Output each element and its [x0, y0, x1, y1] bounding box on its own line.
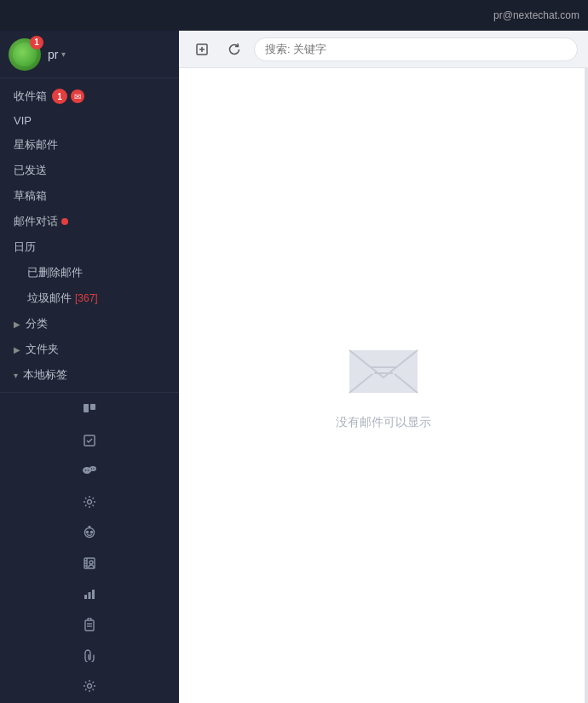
sidebar-item-spam[interactable]: 垃圾邮件 [367] — [0, 285, 179, 311]
attachment-icon[interactable] — [76, 645, 103, 666]
starred-label: 星标邮件 — [14, 137, 58, 153]
user-email: pr@nextechat.com — [493, 9, 579, 21]
drafts-label: 草稿箱 — [14, 188, 47, 204]
svg-rect-22 — [89, 592, 91, 599]
empty-state: 没有邮件可以显示 — [336, 342, 431, 430]
sidebar-header: 1 pr ▾ — [0, 31, 179, 78]
svg-rect-23 — [92, 590, 95, 599]
svg-point-6 — [88, 470, 89, 471]
sidebar-item-sent[interactable]: 已发送 — [0, 158, 179, 183]
svg-point-5 — [85, 470, 87, 471]
svg-rect-21 — [84, 595, 87, 599]
email-panel: 没有邮件可以显示 — [179, 68, 588, 703]
mail-dialog-dot — [61, 218, 68, 225]
empty-text: 没有邮件可以显示 — [336, 415, 431, 430]
toolbar — [179, 31, 588, 68]
stats-icon[interactable] — [76, 584, 103, 604]
sidebar-bottom-icons — [0, 392, 179, 703]
sidebar-nav: 收件箱 1 ✉ VIP 星标邮件 已发送 草稿箱 邮件对话 — [0, 78, 179, 392]
sidebar-item-starred[interactable]: 星标邮件 — [0, 132, 179, 158]
vip-label: VIP — [14, 114, 32, 127]
svg-point-7 — [91, 468, 92, 469]
refresh-button[interactable] — [222, 37, 247, 62]
inbox-label: 收件箱 — [14, 89, 47, 104]
clipboard-icon[interactable] — [76, 614, 103, 635]
sent-label: 已发送 — [14, 163, 47, 178]
gear-bottom-icon[interactable] — [76, 676, 103, 696]
folder-label: 文件夹 — [26, 342, 59, 357]
sidebar-item-calendar[interactable]: 日历 — [0, 234, 179, 260]
sidebar: 1 pr ▾ 收件箱 1 ✉ VIP 星标邮件 — [0, 31, 179, 703]
category-expand-icon: ▶ — [14, 320, 20, 329]
svg-point-8 — [93, 468, 94, 469]
sidebar-item-drafts[interactable]: 草稿箱 — [0, 183, 179, 209]
sidebar-item-vip[interactable]: VIP — [0, 109, 179, 132]
new-email-icon: ✉ — [71, 89, 84, 103]
tasks-icon[interactable] — [76, 430, 103, 451]
search-box — [254, 37, 578, 61]
local-labels-label: 本地标签 — [23, 367, 67, 383]
svg-point-11 — [87, 532, 89, 533]
svg-point-12 — [91, 532, 93, 533]
username-area[interactable]: pr ▾ — [48, 48, 66, 61]
content-area: 没有邮件可以显示 — [179, 31, 588, 703]
svg-rect-24 — [85, 620, 94, 631]
mail-dialog-label: 邮件对话 — [14, 214, 58, 229]
inbox-badge: 1 — [52, 89, 67, 104]
sidebar-item-deleted[interactable]: 已删除邮件 — [0, 260, 179, 285]
svg-point-27 — [88, 684, 92, 689]
resize-handle[interactable] — [585, 68, 588, 703]
wechat-icon[interactable] — [76, 461, 103, 481]
svg-rect-31 — [349, 350, 418, 393]
svg-point-20 — [89, 561, 93, 564]
svg-point-4 — [89, 466, 96, 471]
sidebar-item-local-labels[interactable]: ▾ 本地标签 — [0, 362, 179, 388]
svg-rect-1 — [90, 404, 95, 410]
svg-rect-0 — [84, 404, 89, 412]
sidebar-item-category[interactable]: ▶ 分类 — [0, 311, 179, 337]
sidebar-item-mail-dialog[interactable]: 邮件对话 — [0, 209, 179, 234]
category-label: 分类 — [26, 316, 48, 331]
trello-icon[interactable] — [76, 400, 103, 420]
empty-envelope-icon — [345, 342, 422, 401]
svg-point-9 — [88, 500, 92, 504]
top-bar: pr@nextechat.com — [0, 0, 588, 31]
contacts-icon[interactable] — [76, 553, 103, 573]
spam-label: 垃圾邮件 — [27, 291, 72, 306]
deleted-label: 已删除邮件 — [27, 265, 83, 280]
main-layout: 1 pr ▾ 收件箱 1 ✉ VIP 星标邮件 — [0, 31, 588, 703]
sidebar-item-folder[interactable]: ▶ 文件夹 — [0, 337, 179, 362]
avatar[interactable]: 1 — [9, 38, 41, 71]
chevron-down-icon: ▾ — [61, 49, 66, 59]
compose-button[interactable] — [189, 37, 215, 62]
spam-count: [367] — [75, 292, 98, 304]
sidebar-item-inbox[interactable]: 收件箱 1 ✉ — [0, 84, 179, 109]
username-label: pr — [48, 48, 58, 61]
search-input[interactable] — [265, 43, 567, 55]
sidebar-item-yomail-release[interactable]: YoMail 新品发布 — [0, 388, 179, 392]
settings-icon[interactable] — [76, 492, 103, 512]
calendar-label: 日历 — [14, 239, 36, 255]
avatar-badge: 1 — [30, 36, 43, 49]
svg-point-14 — [89, 526, 89, 527]
bot-icon[interactable] — [76, 522, 103, 543]
folder-expand-icon: ▶ — [14, 345, 20, 354]
local-labels-expand-icon: ▾ — [14, 371, 18, 380]
